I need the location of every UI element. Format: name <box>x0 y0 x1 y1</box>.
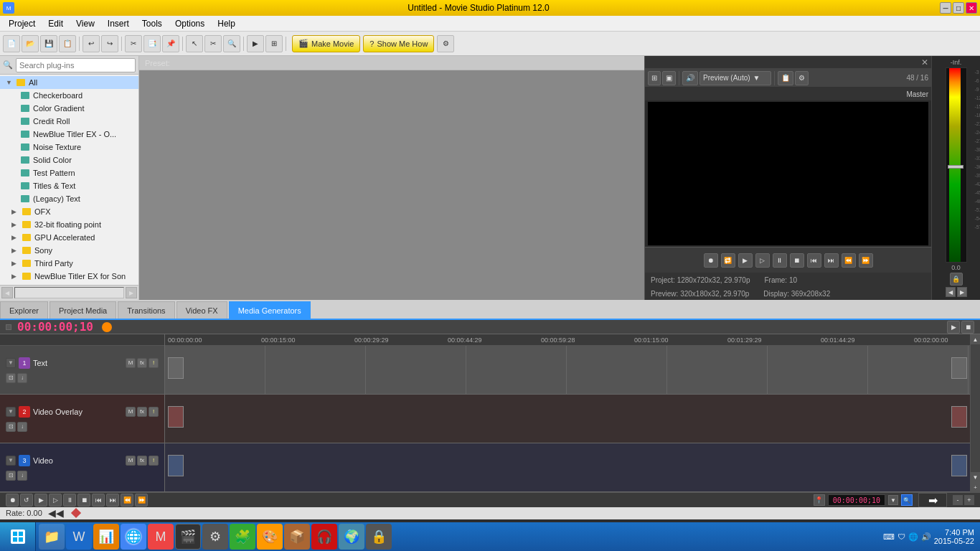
tree-item-newblue-titler[interactable]: NewBlue Titler EX - O... <box>0 128 138 141</box>
play-button[interactable]: ▶ <box>738 253 753 268</box>
track-1-effects[interactable]: fx <box>137 358 147 368</box>
tree-item-sony[interactable]: ▶ Sony <box>0 244 138 257</box>
menu-edit[interactable]: Edit <box>42 17 69 30</box>
preview-quality-dropdown[interactable]: Preview (Auto) ▼ <box>699 71 771 85</box>
pause-btn[interactable]: ⏸ <box>63 494 76 507</box>
play-forward-button[interactable]: ▷ <box>755 253 770 268</box>
track-2-row[interactable] <box>165 395 970 443</box>
taskbar-chrome-icon[interactable]: 🌐 <box>121 524 146 550</box>
zoom-button[interactable]: 🔍 <box>901 494 913 506</box>
play-fwd-btn[interactable]: ▷ <box>49 494 62 507</box>
cut-button[interactable]: ✂ <box>125 35 142 52</box>
trim-tool[interactable]: ✂ <box>204 35 222 52</box>
menu-tools[interactable]: Tools <box>136 17 168 30</box>
track-1-down[interactable]: ↓ <box>17 373 27 383</box>
taskbar-calc-icon[interactable]: 🔒 <box>366 524 392 550</box>
tree-item-legacy-text[interactable]: (Legacy) Text <box>0 192 138 205</box>
new-button[interactable]: 📄 <box>3 35 20 52</box>
track-2-effects[interactable]: fx <box>137 407 147 417</box>
tree-item-solid-color[interactable]: Solid Color <box>0 154 138 166</box>
preview-split-button[interactable]: ▣ <box>662 71 676 85</box>
keyboard-icon[interactable]: ⌨ <box>883 532 895 542</box>
preview-close-icon[interactable]: ✕ <box>921 57 928 67</box>
timeline-end-arrow[interactable]: ➡ <box>918 493 947 507</box>
track-3-expand[interactable]: ▼ <box>6 456 16 466</box>
marker-button[interactable]: 📍 <box>814 494 825 506</box>
tree-item-ofx[interactable]: ▶ OFX <box>0 205 138 218</box>
next-frame-button[interactable]: ⏭ <box>824 253 839 268</box>
menu-help[interactable]: Help <box>212 17 241 30</box>
zoom-out-button[interactable]: - <box>953 495 963 505</box>
zoom-tool[interactable]: 🔍 <box>223 35 240 52</box>
tree-item-credit-roll[interactable]: Credit Roll <box>0 115 138 128</box>
pause-button[interactable]: ⏸ <box>773 253 787 268</box>
tree-item-32bit[interactable]: ▶ 32-bit floating point <box>0 218 138 231</box>
taskbar-globe-icon[interactable]: 🌍 <box>339 524 364 550</box>
taskbar-movie-icon[interactable]: 🎬 <box>175 524 201 550</box>
scroll-right-button[interactable]: ▶ <box>126 287 137 298</box>
open-button[interactable]: 📂 <box>22 35 39 52</box>
track-1-animate[interactable]: ⊡ <box>6 373 16 383</box>
tree-item-noise-texture[interactable]: Noise Texture <box>0 141 138 154</box>
track-2-expand[interactable]: ▼ <box>6 407 16 417</box>
rwind-btn[interactable]: ⏪ <box>121 494 133 507</box>
rate-left-arrow[interactable]: ◀◀ <box>48 507 64 519</box>
save-as-button[interactable]: 📋 <box>59 35 76 52</box>
paste-button[interactable]: 📌 <box>162 35 179 52</box>
select-tool[interactable]: ↖ <box>186 35 203 52</box>
ffwd-btn[interactable]: ⏩ <box>135 494 148 507</box>
scroll-track[interactable] <box>14 287 124 298</box>
vscroll-track[interactable] <box>971 344 980 472</box>
zoom-in-button[interactable]: + <box>964 495 974 505</box>
preview-copy-button[interactable]: 📋 <box>778 71 793 85</box>
tree-item-titles-text[interactable]: Titles & Text <box>0 179 138 192</box>
track-3-warning[interactable]: ! <box>149 456 159 466</box>
prev-btn[interactable]: ⏮ <box>92 494 105 507</box>
start-button[interactable] <box>0 522 36 551</box>
minimize-button[interactable]: ─ <box>940 2 951 14</box>
volume-slider-thumb[interactable] <box>948 165 963 169</box>
taskbar-package-icon[interactable]: 📦 <box>284 524 310 550</box>
menu-project[interactable]: Project <box>3 17 41 30</box>
scroll-left-button[interactable]: ◀ <box>1 287 13 298</box>
taskbar-analytics-icon[interactable]: 📊 <box>93 524 119 550</box>
tree-item-third-party[interactable]: ▶ Third Party <box>0 257 138 270</box>
vscroll-expand[interactable]: + <box>971 482 980 492</box>
preview-fullscreen-button[interactable]: ⊞ <box>648 71 661 85</box>
tab-explorer[interactable]: Explorer <box>0 301 48 319</box>
tree-item-test-pattern[interactable]: Test Pattern <box>0 166 138 179</box>
undo-button[interactable]: ↩ <box>83 35 100 52</box>
menu-insert[interactable]: Insert <box>102 17 135 30</box>
tab-transitions[interactable]: Transitions <box>118 301 174 319</box>
shield-icon[interactable]: 🛡 <box>897 532 905 541</box>
tl-play-button[interactable]: ▶ <box>947 321 960 334</box>
track-3-mute[interactable]: M <box>126 456 136 466</box>
track-2-mute[interactable]: M <box>126 407 136 417</box>
volume-icon[interactable]: 🔊 <box>921 532 931 542</box>
stop-button[interactable]: ⏹ <box>790 253 804 268</box>
record-button[interactable]: ⏺ <box>704 253 718 268</box>
prev-frame-button[interactable]: ⏮ <box>807 253 821 268</box>
track-3-animate[interactable]: ⊡ <box>6 471 16 481</box>
master-lock-button[interactable]: 🔒 <box>950 273 963 286</box>
search-input[interactable] <box>16 58 136 72</box>
network-icon[interactable]: 🌐 <box>908 532 918 542</box>
record-btn[interactable]: ⏺ <box>6 494 19 507</box>
tab-video-fx[interactable]: Video FX <box>176 301 227 319</box>
taskbar-music-icon[interactable]: 🎧 <box>311 524 337 550</box>
snap-button[interactable]: ⊞ <box>265 35 283 52</box>
tree-item-all[interactable]: ▼ All <box>0 76 138 89</box>
track-2-down[interactable]: ↓ <box>17 422 27 432</box>
loop-button[interactable]: 🔁 <box>721 253 735 268</box>
taskbar-filemanager-icon[interactable]: 📁 <box>39 524 65 550</box>
clock[interactable]: 7:40 PM 2015-05-22 <box>934 528 974 545</box>
play-btn[interactable]: ▶ <box>34 494 47 507</box>
track-3-down[interactable]: ↓ <box>17 471 27 481</box>
taskbar-mail-icon[interactable]: M <box>148 524 174 550</box>
loop-btn[interactable]: ↺ <box>20 494 33 507</box>
next-marker-button[interactable]: ⏩ <box>859 253 873 268</box>
next-btn[interactable]: ⏭ <box>106 494 119 507</box>
tree-item-newblue-son[interactable]: ▶ NewBlue Titler EX for Son <box>0 270 138 283</box>
save-button[interactable]: 💾 <box>40 35 57 52</box>
track-1-warning[interactable]: ! <box>149 358 159 368</box>
